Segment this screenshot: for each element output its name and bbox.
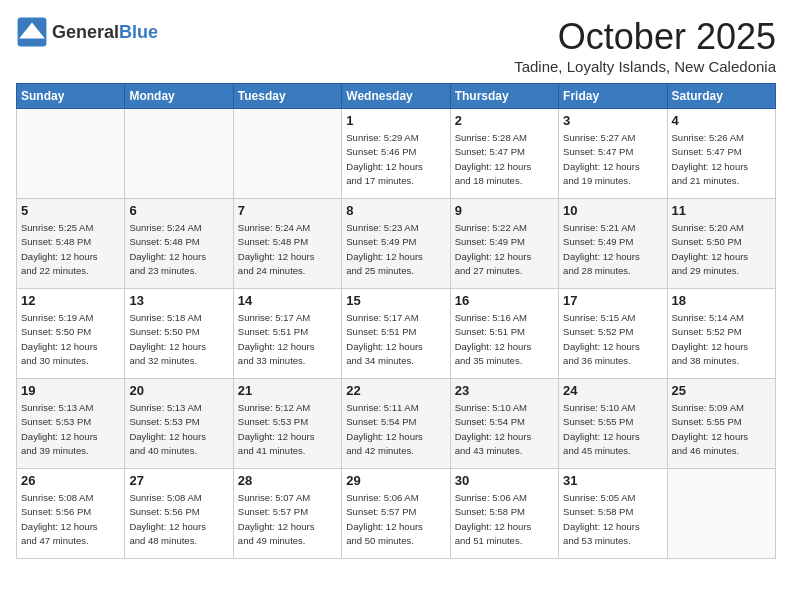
calendar-week-5: 26Sunrise: 5:08 AM Sunset: 5:56 PM Dayli… — [17, 469, 776, 559]
calendar-cell: 16Sunrise: 5:16 AM Sunset: 5:51 PM Dayli… — [450, 289, 558, 379]
calendar-cell: 4Sunrise: 5:26 AM Sunset: 5:47 PM Daylig… — [667, 109, 775, 199]
day-info: Sunrise: 5:13 AM Sunset: 5:53 PM Dayligh… — [21, 401, 120, 458]
calendar-cell: 1Sunrise: 5:29 AM Sunset: 5:46 PM Daylig… — [342, 109, 450, 199]
day-number: 30 — [455, 473, 554, 488]
weekday-header-thursday: Thursday — [450, 84, 558, 109]
day-number: 23 — [455, 383, 554, 398]
day-info: Sunrise: 5:29 AM Sunset: 5:46 PM Dayligh… — [346, 131, 445, 188]
logo-general: General — [52, 22, 119, 43]
day-number: 17 — [563, 293, 662, 308]
day-number: 20 — [129, 383, 228, 398]
calendar-cell: 17Sunrise: 5:15 AM Sunset: 5:52 PM Dayli… — [559, 289, 667, 379]
day-number: 21 — [238, 383, 337, 398]
day-info: Sunrise: 5:12 AM Sunset: 5:53 PM Dayligh… — [238, 401, 337, 458]
logo-blue: Blue — [119, 22, 158, 43]
calendar-cell: 9Sunrise: 5:22 AM Sunset: 5:49 PM Daylig… — [450, 199, 558, 289]
day-info: Sunrise: 5:24 AM Sunset: 5:48 PM Dayligh… — [129, 221, 228, 278]
day-info: Sunrise: 5:19 AM Sunset: 5:50 PM Dayligh… — [21, 311, 120, 368]
day-info: Sunrise: 5:09 AM Sunset: 5:55 PM Dayligh… — [672, 401, 771, 458]
calendar-cell: 29Sunrise: 5:06 AM Sunset: 5:57 PM Dayli… — [342, 469, 450, 559]
calendar-week-1: 1Sunrise: 5:29 AM Sunset: 5:46 PM Daylig… — [17, 109, 776, 199]
day-number: 19 — [21, 383, 120, 398]
day-info: Sunrise: 5:21 AM Sunset: 5:49 PM Dayligh… — [563, 221, 662, 278]
day-info: Sunrise: 5:10 AM Sunset: 5:54 PM Dayligh… — [455, 401, 554, 458]
weekday-header-monday: Monday — [125, 84, 233, 109]
day-info: Sunrise: 5:23 AM Sunset: 5:49 PM Dayligh… — [346, 221, 445, 278]
calendar-cell: 19Sunrise: 5:13 AM Sunset: 5:53 PM Dayli… — [17, 379, 125, 469]
calendar-cell: 26Sunrise: 5:08 AM Sunset: 5:56 PM Dayli… — [17, 469, 125, 559]
calendar-cell: 13Sunrise: 5:18 AM Sunset: 5:50 PM Dayli… — [125, 289, 233, 379]
calendar-cell: 28Sunrise: 5:07 AM Sunset: 5:57 PM Dayli… — [233, 469, 341, 559]
calendar-cell: 11Sunrise: 5:20 AM Sunset: 5:50 PM Dayli… — [667, 199, 775, 289]
calendar-week-2: 5Sunrise: 5:25 AM Sunset: 5:48 PM Daylig… — [17, 199, 776, 289]
weekday-header-friday: Friday — [559, 84, 667, 109]
day-info: Sunrise: 5:18 AM Sunset: 5:50 PM Dayligh… — [129, 311, 228, 368]
calendar-cell: 7Sunrise: 5:24 AM Sunset: 5:48 PM Daylig… — [233, 199, 341, 289]
title-block: October 2025 Tadine, Loyalty Islands, Ne… — [514, 16, 776, 75]
day-info: Sunrise: 5:14 AM Sunset: 5:52 PM Dayligh… — [672, 311, 771, 368]
day-info: Sunrise: 5:25 AM Sunset: 5:48 PM Dayligh… — [21, 221, 120, 278]
calendar-cell: 8Sunrise: 5:23 AM Sunset: 5:49 PM Daylig… — [342, 199, 450, 289]
calendar-location: Tadine, Loyalty Islands, New Caledonia — [514, 58, 776, 75]
weekday-header-wednesday: Wednesday — [342, 84, 450, 109]
day-info: Sunrise: 5:24 AM Sunset: 5:48 PM Dayligh… — [238, 221, 337, 278]
calendar-cell: 20Sunrise: 5:13 AM Sunset: 5:53 PM Dayli… — [125, 379, 233, 469]
day-info: Sunrise: 5:15 AM Sunset: 5:52 PM Dayligh… — [563, 311, 662, 368]
calendar-cell — [125, 109, 233, 199]
calendar-cell — [667, 469, 775, 559]
calendar-cell: 22Sunrise: 5:11 AM Sunset: 5:54 PM Dayli… — [342, 379, 450, 469]
logo-text: General Blue — [52, 22, 158, 43]
calendar-cell: 25Sunrise: 5:09 AM Sunset: 5:55 PM Dayli… — [667, 379, 775, 469]
day-number: 8 — [346, 203, 445, 218]
calendar-cell: 15Sunrise: 5:17 AM Sunset: 5:51 PM Dayli… — [342, 289, 450, 379]
day-info: Sunrise: 5:16 AM Sunset: 5:51 PM Dayligh… — [455, 311, 554, 368]
calendar-table: SundayMondayTuesdayWednesdayThursdayFrid… — [16, 83, 776, 559]
weekday-header-sunday: Sunday — [17, 84, 125, 109]
calendar-cell: 12Sunrise: 5:19 AM Sunset: 5:50 PM Dayli… — [17, 289, 125, 379]
day-number: 16 — [455, 293, 554, 308]
day-number: 2 — [455, 113, 554, 128]
page-header: General Blue October 2025 Tadine, Loyalt… — [16, 16, 776, 75]
day-info: Sunrise: 5:28 AM Sunset: 5:47 PM Dayligh… — [455, 131, 554, 188]
day-number: 25 — [672, 383, 771, 398]
day-info: Sunrise: 5:08 AM Sunset: 5:56 PM Dayligh… — [129, 491, 228, 548]
day-number: 31 — [563, 473, 662, 488]
day-info: Sunrise: 5:11 AM Sunset: 5:54 PM Dayligh… — [346, 401, 445, 458]
day-info: Sunrise: 5:13 AM Sunset: 5:53 PM Dayligh… — [129, 401, 228, 458]
day-info: Sunrise: 5:17 AM Sunset: 5:51 PM Dayligh… — [346, 311, 445, 368]
calendar-cell: 14Sunrise: 5:17 AM Sunset: 5:51 PM Dayli… — [233, 289, 341, 379]
day-info: Sunrise: 5:20 AM Sunset: 5:50 PM Dayligh… — [672, 221, 771, 278]
day-number: 7 — [238, 203, 337, 218]
day-number: 10 — [563, 203, 662, 218]
calendar-cell: 18Sunrise: 5:14 AM Sunset: 5:52 PM Dayli… — [667, 289, 775, 379]
calendar-cell: 6Sunrise: 5:24 AM Sunset: 5:48 PM Daylig… — [125, 199, 233, 289]
calendar-cell: 5Sunrise: 5:25 AM Sunset: 5:48 PM Daylig… — [17, 199, 125, 289]
day-number: 1 — [346, 113, 445, 128]
day-number: 18 — [672, 293, 771, 308]
day-number: 24 — [563, 383, 662, 398]
weekday-header-saturday: Saturday — [667, 84, 775, 109]
day-number: 26 — [21, 473, 120, 488]
logo: General Blue — [16, 16, 158, 48]
day-number: 28 — [238, 473, 337, 488]
weekday-header-tuesday: Tuesday — [233, 84, 341, 109]
logo-icon — [16, 16, 48, 48]
day-info: Sunrise: 5:08 AM Sunset: 5:56 PM Dayligh… — [21, 491, 120, 548]
calendar-title: October 2025 — [514, 16, 776, 58]
day-info: Sunrise: 5:07 AM Sunset: 5:57 PM Dayligh… — [238, 491, 337, 548]
day-number: 27 — [129, 473, 228, 488]
day-number: 11 — [672, 203, 771, 218]
day-number: 15 — [346, 293, 445, 308]
day-number: 13 — [129, 293, 228, 308]
day-number: 14 — [238, 293, 337, 308]
calendar-cell: 2Sunrise: 5:28 AM Sunset: 5:47 PM Daylig… — [450, 109, 558, 199]
day-number: 12 — [21, 293, 120, 308]
day-info: Sunrise: 5:06 AM Sunset: 5:57 PM Dayligh… — [346, 491, 445, 548]
day-number: 9 — [455, 203, 554, 218]
day-number: 22 — [346, 383, 445, 398]
day-info: Sunrise: 5:26 AM Sunset: 5:47 PM Dayligh… — [672, 131, 771, 188]
day-info: Sunrise: 5:06 AM Sunset: 5:58 PM Dayligh… — [455, 491, 554, 548]
calendar-cell: 3Sunrise: 5:27 AM Sunset: 5:47 PM Daylig… — [559, 109, 667, 199]
day-info: Sunrise: 5:10 AM Sunset: 5:55 PM Dayligh… — [563, 401, 662, 458]
calendar-cell — [17, 109, 125, 199]
